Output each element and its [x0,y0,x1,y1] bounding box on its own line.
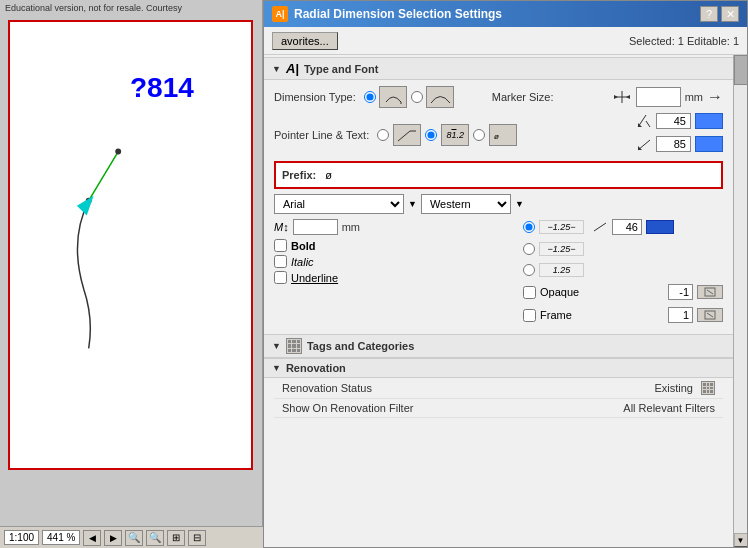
dialog-toolbar: avorites... Selected: 1 Editable: 1 [264,27,747,55]
dim-radio-2 [411,86,454,108]
dimension-type-row: Dimension Type: [274,86,723,108]
scroll-down-btn[interactable]: ▼ [734,533,748,547]
favorites-button[interactable]: avorites... [272,32,338,50]
angle-row-1: 45 [636,113,723,129]
renov-grid-icon-1 [701,381,715,395]
dim-radio-input-2[interactable] [411,91,423,103]
svg-line-9 [398,131,410,141]
dim-radio-input-1[interactable] [364,91,376,103]
svg-line-17 [594,223,606,231]
dim-opt-row-2: −1.25− [523,242,723,256]
marker-size-input[interactable]: 1.24 [636,87,681,107]
tags-icon [286,338,302,354]
drawing-svg [10,22,251,468]
italic-row: Italic [274,255,503,268]
dim-toggle-1[interactable] [646,220,674,234]
dialog-controls: ? ✕ [700,6,739,22]
title-icon: A| [272,6,288,22]
dim-opt-radio-1[interactable] [523,221,535,233]
form-area-main: Dimension Type: [264,80,733,332]
pointer-radio-2[interactable] [425,129,437,141]
renov-val-2: All Relevant Filters [623,402,715,414]
opaque-value: -1 [668,284,693,300]
angle-value-1: 45 [656,113,691,129]
renovation-row-2: Show On Renovation Filter All Relevant F… [274,399,723,418]
svg-marker-7 [614,95,618,99]
angle-value-2: 85 [656,136,691,152]
dim-opt-row-1: −1.25− 46 [523,219,723,235]
dim-type-radios [364,86,454,108]
text-size-input[interactable]: 2.00 [293,219,338,235]
zoom-btn-in[interactable]: 🔍 [125,530,143,546]
zoom-btn-fit[interactable]: ⊞ [167,530,185,546]
zoom-btn-out[interactable]: 🔍 [146,530,164,546]
edu-text: Educational version, not for resale. Cou… [0,0,262,16]
selected-info: Selected: 1 Editable: 1 [629,35,739,47]
renovation-header: ▼ Renovation [264,358,733,378]
nav-btn-2[interactable]: ▶ [104,530,122,546]
section-title-tags: Tags and Categories [307,340,414,352]
dim-opt-label-2: −1.25− [539,242,584,256]
prefix-label: Prefix: [282,169,316,181]
svg-line-13 [646,121,650,127]
section-title-type-font: Type and Font [304,63,378,75]
font-dropdown-arrow: ▼ [408,199,417,209]
frame-btn[interactable] [697,308,723,322]
frame-checkbox[interactable] [523,309,536,322]
bottom-toolbar: 1:100 441 % ◀ ▶ 🔍 🔍 ⊞ ⊟ [0,526,263,548]
toggle-1[interactable] [695,113,723,129]
marker-size-controls: 1.24 mm → [612,87,723,107]
dim-icon-1 [379,86,407,108]
pointer-radio-3[interactable] [473,129,485,141]
renov-val-group-1: Existing [654,381,715,395]
help-button[interactable]: ? [700,6,718,22]
bold-checkbox[interactable] [274,239,287,252]
opaque-label: Opaque [540,286,579,298]
svg-marker-8 [626,95,630,99]
dialog-titlebar: A| Radial Dimension Selection Settings ?… [264,1,747,27]
dim-opt-radio-2[interactable] [523,243,535,255]
underline-checkbox[interactable] [274,271,287,284]
dim-opt-radio-3[interactable] [523,264,535,276]
frame-value: 1 [668,307,693,323]
svg-text:ø: ø [494,132,499,141]
zoom-btn-ext[interactable]: ⊟ [188,530,206,546]
left-col: M↕ 2.00 mm Bold Italic [274,219,503,326]
content-inner: ▼ A| Type and Font Dimension Type: [264,55,733,547]
svg-line-21 [707,313,713,317]
dim-opt-row-3: 1.25 [523,263,723,277]
drawing-canvas: ?814 [8,20,253,470]
dim-type-label: Dimension Type: [274,91,356,103]
dialog-panel: A| Radial Dimension Selection Settings ?… [263,0,748,548]
close-button[interactable]: ✕ [721,6,739,22]
dim-opt-label-1: −1.25− [539,220,584,234]
arrow-right-icon: → [707,88,723,106]
opaque-checkbox[interactable] [523,286,536,299]
renovation-row-1: Renovation Status Existing [274,378,723,399]
dim-icon-2 [426,86,454,108]
nav-btn-1[interactable]: ◀ [83,530,101,546]
renov-key-2: Show On Renovation Filter [282,402,413,414]
right-col: −1.25− 46 −1.25− [523,219,723,326]
marker-size-unit: mm [685,91,703,103]
opaque-btn[interactable] [697,285,723,299]
encoding-select[interactable]: Western [421,194,511,214]
font-row: Arial ▼ Western ▼ [274,194,723,214]
section-arrow-1: ▼ [272,64,281,74]
dim-opt-icon-1 [592,219,608,235]
section-arrow-renovation: ▼ [272,363,281,373]
scale-display: 1:100 [4,530,39,545]
toggle-2[interactable] [695,136,723,152]
svg-marker-3 [77,196,94,216]
prefix-input[interactable] [324,166,715,184]
mt-row: M↕ 2.00 mm [274,219,503,235]
scrollbar: ▲ ▼ [733,55,747,547]
font-select[interactable]: Arial [274,194,404,214]
pointer-radio-1[interactable] [377,129,389,141]
dialog-title: A| Radial Dimension Selection Settings [272,6,502,22]
scroll-thumb[interactable] [734,55,747,85]
underline-label: Underline [291,272,338,284]
text-size-unit: mm [342,221,360,233]
italic-checkbox[interactable] [274,255,287,268]
section-type-font: ▼ A| Type and Font [264,57,733,80]
